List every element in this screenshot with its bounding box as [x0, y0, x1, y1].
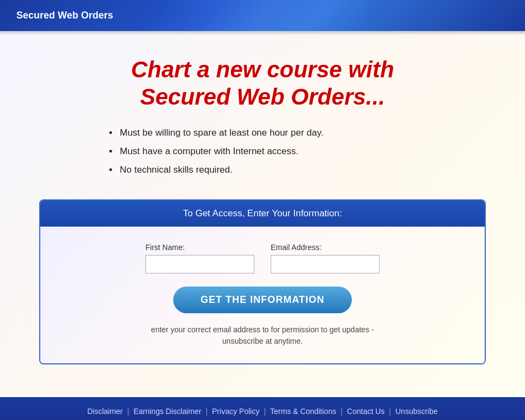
footer-link-unsubscribe[interactable]: Unsubscribe	[395, 407, 438, 416]
bullet-item-2: Must have a computer with Internet acces…	[109, 146, 323, 157]
footer-link-privacy-policy[interactable]: Privacy Policy	[212, 407, 259, 416]
footer-link-disclaimer[interactable]: Disclaimer	[87, 407, 123, 416]
first-name-group: First Name:	[145, 243, 254, 273]
signup-form-box: To Get Access, Enter Your Information: F…	[39, 199, 486, 364]
footer-links: Disclaimer | Earnings Disclaimer | Priva…	[11, 407, 514, 416]
footer-separator: |	[127, 407, 130, 416]
email-input[interactable]	[271, 255, 380, 273]
form-fields: First Name: Email Address:	[145, 243, 380, 273]
form-note: enter your correct email address to for …	[140, 324, 385, 347]
footer-separator: |	[340, 407, 343, 416]
footer-link-contact-us[interactable]: Contact Us	[347, 407, 384, 416]
site-title: Secured Web Orders	[16, 10, 113, 21]
submit-button[interactable]: GET THE INFORMATION	[173, 287, 352, 313]
form-body: First Name: Email Address: GET THE INFOR…	[40, 227, 485, 363]
first-name-label: First Name:	[145, 243, 254, 252]
feature-list: Must be willing to spare at least one ho…	[109, 127, 323, 183]
first-name-input[interactable]	[145, 255, 254, 273]
main-content: Chart a new course with Secured Web Orde…	[0, 34, 525, 397]
heading-line1: Chart a new course with	[131, 57, 394, 82]
bullet-item-3: No technical skills required.	[109, 165, 323, 175]
footer-separator: |	[206, 407, 208, 416]
footer-separator: |	[389, 407, 391, 416]
heading-line2: Secured Web Orders...	[140, 84, 385, 109]
form-header-text: To Get Access, Enter Your Information:	[183, 208, 342, 218]
bullet-item-1: Must be willing to spare at least one ho…	[109, 127, 323, 138]
email-group: Email Address:	[271, 243, 380, 273]
site-footer: Disclaimer | Earnings Disclaimer | Priva…	[0, 397, 525, 420]
form-header: To Get Access, Enter Your Information:	[40, 200, 485, 227]
footer-link-earnings-disclaimer[interactable]: Earnings Disclaimer	[133, 407, 201, 416]
footer-separator: |	[264, 407, 266, 416]
email-label: Email Address:	[271, 243, 380, 252]
site-header: Secured Web Orders	[0, 0, 525, 31]
page-heading: Chart a new course with Secured Web Orde…	[131, 56, 394, 111]
footer-link-terms--conditions[interactable]: Terms & Conditions	[270, 407, 336, 416]
